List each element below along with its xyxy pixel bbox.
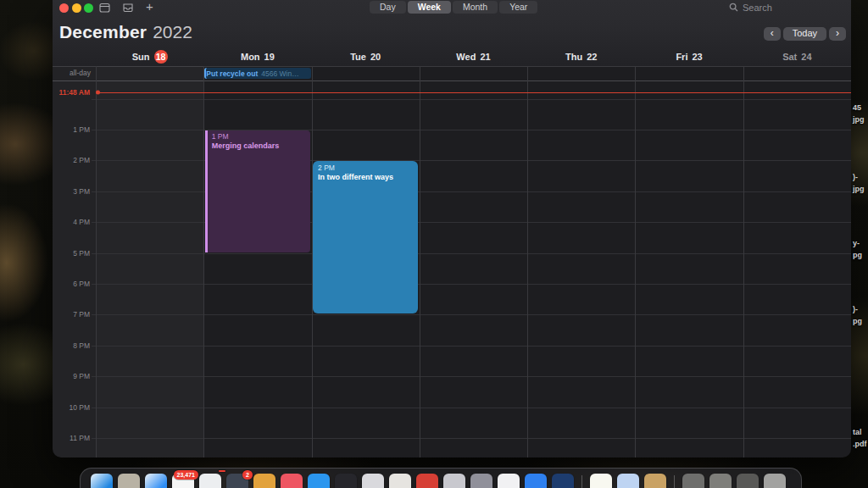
desktop-file-label[interactable]: pg	[853, 251, 862, 259]
event-in-two-different-ways[interactable]: 2 PMIn two different ways	[313, 161, 418, 314]
dock-icon-minimized-window-1[interactable]	[682, 474, 704, 488]
time-label: 5 PM	[53, 249, 90, 258]
dock-icon-minimized-window-3[interactable]	[737, 474, 759, 488]
dock-icon-finder[interactable]	[91, 474, 113, 488]
calendar-window: + DayWeekMonthYear Search December 2022 …	[53, 0, 851, 458]
dock-icon-safari[interactable]	[145, 474, 167, 488]
event-time: 2 PM	[318, 164, 413, 173]
time-label: 3 PM	[53, 187, 90, 196]
notification-badge: 23,471	[174, 470, 198, 480]
event-merging-calendars[interactable]: 1 PMMerging calendars	[205, 130, 310, 252]
dock-icon-app-light-blue[interactable]	[617, 474, 639, 488]
hour-line	[92, 99, 851, 100]
dock-icon-app-dark-gray[interactable]	[470, 474, 492, 488]
time-label: 6 PM	[53, 280, 90, 288]
event-title: Merging calendars	[212, 141, 306, 151]
time-label: 9 PM	[53, 372, 90, 380]
desktop-file-label[interactable]: jpg	[853, 185, 865, 193]
dock-icon-notes[interactable]	[590, 474, 612, 488]
time-label: 7 PM	[53, 310, 90, 319]
event-time: 1 PM	[212, 132, 306, 141]
dock-icon-app-orange[interactable]	[253, 474, 275, 488]
dock-icon-app-blue[interactable]	[308, 474, 330, 488]
dock-divider	[581, 475, 582, 488]
column-separator	[96, 66, 97, 458]
hour-line	[92, 346, 851, 347]
dock-icon-launchpad[interactable]	[118, 474, 140, 488]
dock-icon-mail[interactable]	[199, 474, 221, 488]
desktop-file-label[interactable]: .pdf	[853, 440, 867, 448]
dock: 23,4712	[80, 468, 802, 488]
notification-badge	[219, 470, 225, 472]
column-separator	[635, 66, 636, 458]
dock-icon-app-navy[interactable]	[552, 474, 574, 488]
notification-badge: 2	[242, 470, 253, 480]
allday-event-put-recycle-out[interactable]: Put recycle out4566 Win…	[204, 68, 310, 79]
allday-event-title: Put recycle out	[206, 69, 258, 78]
time-label: 4 PM	[53, 218, 90, 226]
today-column-highlight	[96, 66, 203, 458]
event-title: In two different ways	[318, 173, 413, 182]
dock-icon-messages[interactable]: 2	[226, 474, 248, 488]
current-time-line	[97, 92, 851, 93]
dock-icon-app-red[interactable]	[281, 474, 303, 488]
time-label: 2 PM	[53, 156, 90, 164]
hour-line	[92, 408, 851, 408]
column-separator	[527, 66, 528, 458]
dock-icon-app-light[interactable]	[362, 474, 384, 488]
dock-icon-app-lighter[interactable]	[389, 474, 411, 488]
desktop-file-label[interactable]: )-	[853, 173, 858, 181]
time-label: 8 PM	[53, 341, 90, 350]
current-time-label: 11:48 AM	[53, 88, 90, 97]
week-grid[interactable]: 1 PM2 PM3 PM4 PM5 PM6 PM7 PM8 PM9 PM10 P…	[53, 0, 851, 458]
column-separator	[420, 66, 420, 458]
hour-line	[92, 314, 851, 315]
desktop-file-label[interactable]: tal	[853, 428, 862, 436]
dock-divider	[674, 475, 675, 488]
dock-icon-photos[interactable]	[335, 474, 357, 488]
dock-icon-calendar[interactable]: 23,471	[172, 474, 194, 488]
desktop-file-label[interactable]: 45	[853, 103, 861, 112]
column-separator	[203, 66, 204, 458]
dock-icon-app-blue-2[interactable]	[525, 474, 547, 488]
time-label: 1 PM	[53, 125, 90, 134]
dock-icon-app-red-circle[interactable]	[416, 474, 438, 488]
time-label: 11 PM	[53, 434, 90, 442]
desktop-file-label[interactable]: y-	[853, 239, 860, 247]
dock-icon-folder[interactable]	[644, 474, 666, 488]
column-separator	[743, 66, 744, 458]
hour-line	[92, 253, 851, 254]
current-time-dot	[96, 91, 100, 95]
dock-icon-app-gray[interactable]	[443, 474, 465, 488]
hour-line	[92, 438, 851, 439]
hour-line	[92, 284, 851, 285]
dock-icon-app-white[interactable]	[498, 474, 520, 488]
desktop-file-label[interactable]: jpg	[853, 115, 865, 124]
hour-line	[92, 376, 851, 377]
desktop-file-label[interactable]: )-	[853, 305, 858, 313]
dock-icon-trash[interactable]	[764, 474, 786, 488]
dock-icon-minimized-window-2[interactable]	[709, 474, 732, 488]
allday-event-subtitle: 4566 Win…	[261, 69, 298, 78]
desktop-file-label[interactable]: pg	[853, 317, 862, 325]
time-label: 10 PM	[53, 403, 90, 412]
